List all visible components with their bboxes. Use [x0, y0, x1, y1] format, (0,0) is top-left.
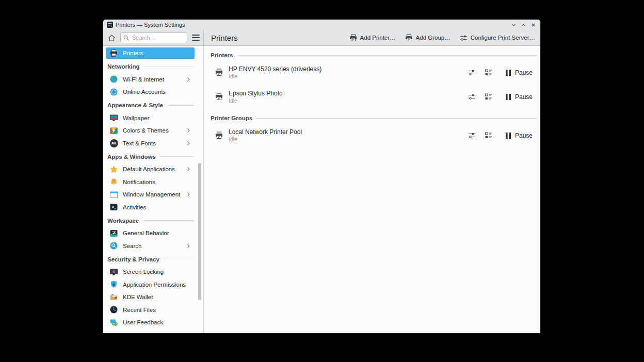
sidebar-item-window-management[interactable]: Window Management: [106, 189, 195, 200]
printer-name: HP ENVY 4520 series (driverless): [229, 65, 321, 73]
sidebar-item-label: KDE Wallet: [123, 294, 153, 300]
hamburger-menu-button[interactable]: [191, 33, 201, 42]
content-header: Printers Add Printer… Add Group…: [204, 30, 540, 45]
chevron-right-icon: [186, 141, 191, 146]
section-divider: [143, 220, 194, 221]
sidebar-item-label: Search: [123, 243, 141, 249]
shield-lock-icon: [109, 280, 118, 289]
pause-icon: [505, 132, 512, 139]
minimize-button[interactable]: [510, 21, 517, 28]
add-group-label: Add Group…: [416, 35, 450, 41]
activities-icon: a: [109, 203, 118, 211]
wallet-icon: [109, 293, 118, 302]
printer-icon: [215, 131, 223, 140]
configure-printer-button[interactable]: [468, 68, 476, 77]
sidebar-item-colors-themes[interactable]: Colors & Themes: [106, 125, 195, 136]
search-input[interactable]: [131, 34, 184, 41]
sidebar-item-wifi-internet[interactable]: Wi-Fi & Internet: [106, 74, 195, 85]
chevron-right-icon: [186, 192, 191, 197]
home-button[interactable]: [107, 33, 117, 43]
palette-icon: [109, 126, 118, 135]
print-queue-button[interactable]: [484, 68, 493, 77]
sidebar-item-wallpaper[interactable]: Wallpaper: [106, 112, 195, 124]
sidebar-item-label: Text & Fonts: [123, 140, 156, 146]
star-icon: [109, 165, 118, 174]
add-group-button[interactable]: Add Group…: [405, 34, 450, 42]
chevron-right-icon: [186, 167, 191, 172]
configure-printer-button[interactable]: [468, 92, 476, 101]
feedback-icon: [109, 318, 118, 327]
chevron-right-icon: [186, 77, 191, 82]
printer-icon: [215, 92, 223, 101]
print-queue-button[interactable]: [484, 131, 493, 140]
maximize-button[interactable]: [520, 21, 527, 28]
pause-button[interactable]: Pause: [503, 68, 535, 78]
sidebar-section-workspace: Workspace: [106, 215, 195, 226]
printer-row-epson-stylus[interactable]: Epson Stylus Photo Idle Pause: [208, 85, 536, 109]
sidebar-item-label: Online Accounts: [123, 89, 166, 95]
add-printer-button[interactable]: Add Printer…: [349, 34, 396, 42]
sidebar-scrollbar[interactable]: [198, 163, 201, 300]
sidebar-item-notifications[interactable]: Notifications: [106, 176, 195, 188]
sidebar-item-user-feedback[interactable]: User Feedback: [106, 317, 195, 328]
close-button[interactable]: [529, 21, 537, 28]
sidebar-item-label: Recent Files: [123, 307, 156, 313]
printer-name: Local Network Printer Pool: [229, 128, 302, 136]
section-divider: [144, 67, 194, 67]
printer-icon: [349, 34, 358, 42]
chevron-right-icon: [186, 128, 191, 133]
sidebar-item-label: User Feedback: [123, 319, 163, 325]
sidebar-item-kde-wallet[interactable]: KDE Wallet: [106, 291, 195, 303]
page-title: Printers: [211, 34, 238, 42]
chevron-right-icon: [186, 243, 191, 249]
section-divider: [167, 105, 194, 106]
sidebar-item-label: Window Management: [123, 191, 180, 198]
configure-printer-button[interactable]: [468, 131, 476, 140]
sidebar-section-security-privacy: Security & Privacy: [106, 254, 195, 265]
sidebar-item-text-fonts[interactable]: Aa Text & Fonts: [106, 138, 195, 149]
configure-print-server-label: Configure Print Server…: [471, 35, 535, 41]
header: Printers Add Printer… Add Group…: [103, 30, 540, 46]
sidebar-section-apps-windows: Apps & Windows: [106, 151, 195, 162]
printer-row-local-network-pool[interactable]: Local Network Printer Pool Idle Pause: [208, 123, 536, 147]
configure-print-server-button[interactable]: Configure Print Server…: [459, 34, 535, 42]
pause-button[interactable]: Pause: [503, 92, 535, 102]
sidebar-item-label: Default Applications: [123, 166, 175, 172]
pause-icon: [505, 69, 512, 76]
general-behavior-icon: [109, 229, 118, 238]
sidebar-item-printers[interactable]: Printers: [106, 47, 195, 59]
sidebar-item-recent-files[interactable]: Recent Files: [106, 304, 195, 316]
sidebar-item-screen-locking[interactable]: Screen Locking: [106, 266, 195, 277]
sidebar-item-default-applications[interactable]: Default Applications: [106, 163, 195, 175]
bell-icon: [109, 177, 118, 186]
sidebar: Printers Networking Wi-Fi & Internet Onl…: [103, 46, 204, 333]
window-icon: [109, 190, 118, 199]
section-divider: [160, 156, 194, 157]
screen-lock-icon: [109, 268, 118, 276]
sidebar-item-label: Wallpaper: [123, 115, 149, 121]
printer-name: Epson Stylus Photo: [229, 90, 283, 97]
search-globe-icon: [109, 241, 118, 250]
search-box[interactable]: [120, 32, 187, 43]
printer-groups-section-header: Printer Groups: [208, 113, 536, 123]
wallpaper-icon: [109, 113, 118, 122]
sidebar-item-general-behavior[interactable]: General Behavior: [106, 227, 195, 239]
print-queue-button[interactable]: [484, 92, 493, 101]
pause-label: Pause: [515, 93, 533, 101]
sidebar-item-online-accounts[interactable]: Online Accounts: [106, 86, 195, 97]
sidebar-item-label: Screen Locking: [123, 269, 164, 275]
sidebar-item-label: General Behavior: [123, 230, 169, 236]
sidebar-item-label: Notifications: [123, 179, 155, 185]
sidebar-item-application-permissions[interactable]: Application Permissions: [106, 279, 195, 290]
sidebar-item-search[interactable]: Search: [106, 240, 195, 252]
printer-icon: [109, 49, 118, 58]
printer-status: Idle: [229, 136, 302, 142]
sliders-icon: [459, 34, 468, 42]
sidebar-item-activities[interactable]: a Activities: [106, 202, 195, 213]
sidebar-item-label: Printers: [123, 50, 143, 56]
window-title: Printers — System Settings: [116, 22, 185, 28]
printer-row-hp-envy[interactable]: HP ENVY 4520 series (driverless) Idle: [208, 60, 536, 85]
sidebar-header: [103, 30, 204, 45]
pause-label: Pause: [515, 69, 533, 76]
pause-button[interactable]: Pause: [503, 130, 535, 141]
